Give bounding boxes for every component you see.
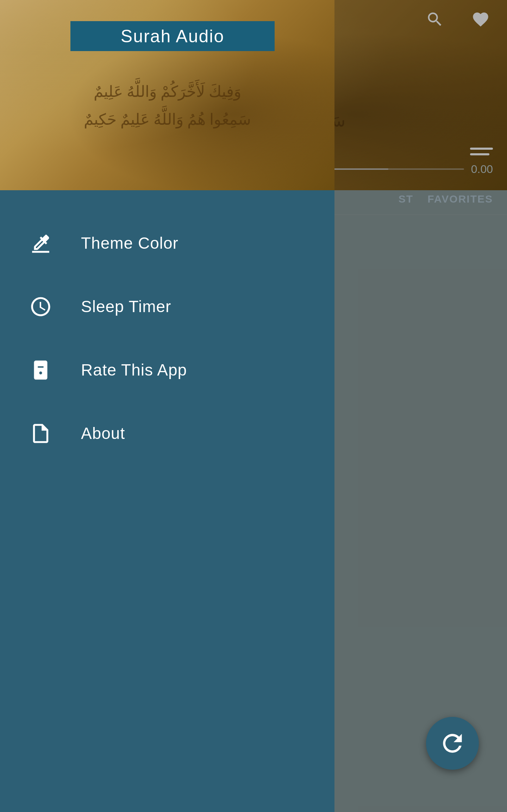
menu-item-sleep-timer[interactable]: Sleep Timer (0, 275, 334, 338)
refresh-icon (438, 729, 467, 757)
rate-app-label: Rate This App (81, 360, 187, 379)
theme-color-icon (28, 231, 53, 255)
menu-item-theme-color[interactable]: Theme Color (0, 211, 334, 275)
refresh-fab[interactable] (426, 717, 479, 770)
drawer-title-bar: Surah Audio (70, 21, 275, 51)
sleep-timer-label: Sleep Timer (81, 297, 171, 316)
document-icon-svg (29, 422, 52, 445)
rate-icon-svg (29, 359, 52, 382)
clock-icon-svg (29, 295, 52, 318)
drawer-menu: Theme Color Sleep Timer (0, 190, 334, 812)
theme-color-label: Theme Color (81, 234, 179, 253)
about-label: About (81, 424, 125, 443)
drawer-header-image: وَفِيكَ لَأَخَّرَكُمْ وَاللَّهُ عَلِيمٌس… (0, 0, 334, 190)
about-icon (28, 421, 53, 446)
rate-app-icon (28, 358, 53, 382)
sleep-timer-icon (28, 294, 53, 319)
theme-icon-svg (29, 232, 52, 255)
menu-item-rate-app[interactable]: Rate This App (0, 338, 334, 402)
drawer-app-title: Surah Audio (121, 26, 224, 47)
menu-item-about[interactable]: About (0, 402, 334, 465)
side-drawer: وَفِيكَ لَأَخَّرَكُمْ وَاللَّهُ عَلِيمٌس… (0, 0, 334, 812)
app-container: وَفِيكَ لَأَخَّرَكُمْ وَاللَّهُ عَلِيمٌس… (0, 0, 507, 812)
